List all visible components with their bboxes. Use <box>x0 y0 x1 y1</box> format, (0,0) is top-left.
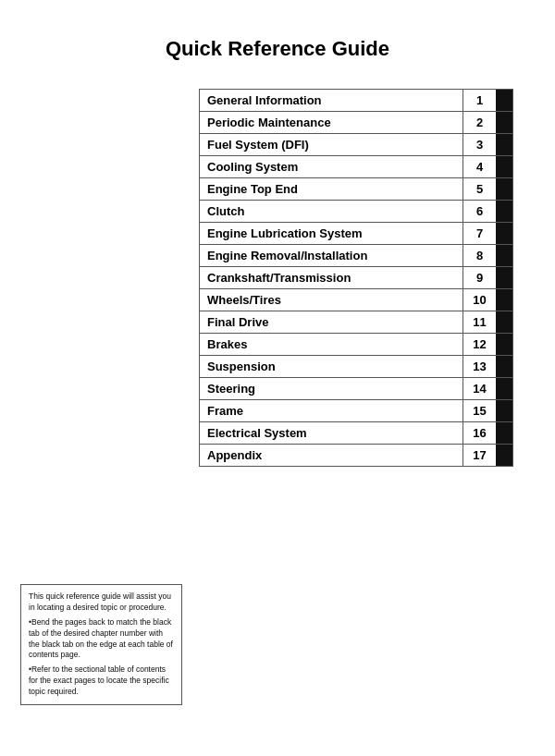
toc-tab <box>496 201 512 222</box>
toc-row: Electrical System16 <box>199 421 513 444</box>
toc-number: 16 <box>462 422 496 444</box>
toc-label: Cooling System <box>200 156 462 177</box>
toc-tab <box>496 156 512 177</box>
toc-label: Suspension <box>200 356 462 377</box>
toc-tab <box>496 400 512 421</box>
toc-tab <box>496 112 512 133</box>
toc-tab <box>496 245 512 266</box>
toc-number: 13 <box>462 356 496 377</box>
toc-number: 10 <box>462 289 496 311</box>
toc-tab <box>496 378 512 399</box>
toc-row: Steering14 <box>199 377 513 399</box>
toc-label: General Information <box>200 90 462 111</box>
toc-tab <box>496 334 512 355</box>
toc-number: 1 <box>462 90 496 111</box>
toc-number: 15 <box>462 400 496 421</box>
toc-number: 3 <box>462 134 496 155</box>
toc-number: 12 <box>462 334 496 355</box>
toc-tab <box>496 267 512 288</box>
toc-tab <box>496 134 512 155</box>
toc-label: Frame <box>200 400 462 421</box>
toc-row: Cooling System4 <box>199 155 513 177</box>
toc-label: Appendix <box>200 445 462 466</box>
toc-number: 7 <box>462 223 496 244</box>
toc-tab <box>496 422 512 444</box>
toc-label: Fuel System (DFI) <box>200 134 462 155</box>
toc-label: Periodic Maintenance <box>200 112 462 133</box>
toc-label: Electrical System <box>200 422 462 444</box>
toc-label: Engine Top End <box>200 178 462 200</box>
toc-row: Engine Lubrication System7 <box>199 222 513 244</box>
page-title: Quick Reference Guide <box>0 0 555 89</box>
toc-row: Brakes12 <box>199 333 513 355</box>
toc-number: 6 <box>462 201 496 222</box>
toc-number: 4 <box>462 156 496 177</box>
toc-number: 5 <box>462 178 496 200</box>
toc-label: Clutch <box>200 201 462 222</box>
toc-tab <box>496 311 512 333</box>
toc-row: Engine Top End5 <box>199 177 513 200</box>
toc-number: 14 <box>462 378 496 399</box>
toc-tab <box>496 90 512 111</box>
toc-row: Engine Removal/Installation8 <box>199 244 513 266</box>
toc-number: 8 <box>462 245 496 266</box>
toc-row: Suspension13 <box>199 355 513 377</box>
note-line3: •Refer to the sectional table of content… <box>29 665 174 698</box>
toc-container: General Information1Periodic Maintenance… <box>199 89 513 467</box>
toc-row: Fuel System (DFI)3 <box>199 133 513 155</box>
toc-tab <box>496 289 512 311</box>
toc-label: Crankshaft/Transmission <box>200 267 462 288</box>
toc-label: Engine Removal/Installation <box>200 245 462 266</box>
toc-label: Wheels/Tires <box>200 289 462 311</box>
toc-row: Frame15 <box>199 399 513 421</box>
note-line1: This quick reference guide will assist y… <box>29 591 174 614</box>
note-box: This quick reference guide will assist y… <box>20 584 182 705</box>
toc-label: Final Drive <box>200 311 462 333</box>
toc-label: Engine Lubrication System <box>200 223 462 244</box>
toc-tab <box>496 223 512 244</box>
toc-tab <box>496 356 512 377</box>
toc-number: 11 <box>462 311 496 333</box>
toc-tab <box>496 178 512 200</box>
toc-row: Wheels/Tires10 <box>199 288 513 311</box>
toc-row: Clutch6 <box>199 200 513 222</box>
toc-tab <box>496 445 512 466</box>
toc-label: Brakes <box>200 334 462 355</box>
toc-number: 2 <box>462 112 496 133</box>
toc-row: General Information1 <box>199 89 513 111</box>
toc-row: Final Drive11 <box>199 311 513 333</box>
toc-label: Steering <box>200 378 462 399</box>
toc-number: 9 <box>462 267 496 288</box>
toc-row: Appendix17 <box>199 444 513 467</box>
toc-row: Periodic Maintenance2 <box>199 111 513 133</box>
note-line2: •Bend the pages back to match the black … <box>29 617 174 662</box>
toc-number: 17 <box>462 445 496 466</box>
toc-row: Crankshaft/Transmission9 <box>199 266 513 288</box>
